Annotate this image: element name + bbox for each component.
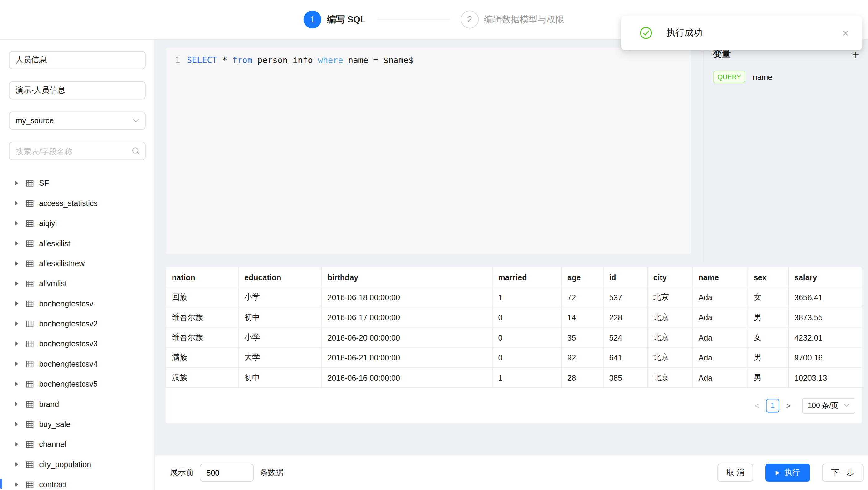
table-cell: Ada [693, 367, 748, 387]
table-name: bochengtestcsv2 [39, 319, 98, 328]
footer-actions: 取 消 ▶ 执行 下一步 [718, 464, 864, 482]
expand-caret-icon[interactable] [15, 442, 19, 446]
variables-title: 变量 [713, 49, 731, 61]
table-cell: 524 [603, 327, 647, 347]
column-header: sex [748, 267, 789, 287]
step-1-label: 编写 SQL [327, 14, 366, 26]
table-cell: 初中 [238, 307, 321, 327]
datasource-select[interactable]: my_source [9, 112, 146, 129]
table-cell: 28 [562, 367, 603, 387]
table-cell: 537 [603, 287, 647, 307]
table-cell: 男 [748, 347, 789, 367]
table-name: city_population [39, 460, 91, 469]
expand-caret-icon[interactable] [15, 321, 19, 326]
table-tree-item-city_population[interactable]: city_population [9, 454, 146, 474]
table-cell: 2016-06-18 00:00:00 [322, 287, 492, 307]
sql-token: from [232, 55, 252, 65]
body: my_source SFaccess_statisticsaiqiyialles… [0, 40, 868, 490]
table-cell: 641 [603, 347, 647, 367]
table-cell: 大学 [238, 347, 321, 367]
expand-caret-icon[interactable] [15, 362, 19, 366]
table-search-input[interactable] [9, 142, 146, 160]
table-tree-item-bochengtestcsv[interactable]: bochengtestcsv [9, 294, 146, 314]
add-variable-button[interactable]: + [852, 49, 859, 61]
prev-page-button[interactable]: < [751, 401, 763, 410]
page-size-select[interactable]: 100 条/页 [802, 398, 855, 413]
table-tree-item-allesxilist[interactable]: allesxilist [9, 233, 146, 253]
table-icon [26, 199, 34, 207]
dataset-display-name-input[interactable] [9, 82, 146, 99]
table-tree-item-contract[interactable]: contract [9, 474, 146, 490]
expand-caret-icon[interactable] [15, 181, 19, 185]
expand-caret-icon[interactable] [15, 281, 19, 285]
chevron-down-icon [843, 403, 849, 408]
table-tree-item-allvmlist[interactable]: allvmlist [9, 273, 146, 294]
sidebar-scrollbar-thumb[interactable] [0, 479, 2, 489]
step-2-label: 编辑数据模型与权限 [484, 14, 564, 26]
execute-button[interactable]: ▶ 执行 [766, 464, 810, 482]
expand-caret-icon[interactable] [15, 221, 19, 225]
table-cell: 北京 [647, 287, 693, 307]
table-name: bochengtestcsv [39, 299, 93, 308]
next-page-button[interactable]: > [782, 401, 794, 410]
expand-caret-icon[interactable] [15, 402, 19, 406]
table-cell: 72 [562, 287, 603, 307]
column-header: birthday [322, 267, 492, 287]
expand-caret-icon[interactable] [15, 201, 19, 205]
table-name: brand [39, 399, 59, 408]
table-name: bochengtestcsv3 [39, 339, 98, 348]
table-cell: Ada [693, 327, 748, 347]
row-limit-input[interactable] [200, 464, 254, 482]
expand-caret-icon[interactable] [15, 302, 19, 306]
table-cell: 0 [492, 307, 562, 327]
table-name: SF [39, 179, 49, 188]
sql-editor[interactable]: 1 SELECT * from person_info where name =… [166, 48, 691, 254]
table-tree-item-brand[interactable]: brand [9, 394, 146, 414]
expand-caret-icon[interactable] [15, 241, 19, 245]
table-cell: 2016-06-16 00:00:00 [322, 367, 492, 387]
step-2-edit-model[interactable]: 2 编辑数据模型与权限 [461, 10, 564, 28]
table-cell: 女 [748, 287, 789, 307]
expand-caret-icon[interactable] [15, 341, 19, 346]
table-row: 维吾尔族小学2016-06-20 00:00:00035524北京Ada女423… [166, 327, 862, 347]
cancel-button[interactable]: 取 消 [718, 464, 753, 482]
table-tree-item-aiqiyi[interactable]: aiqiyi [9, 213, 146, 233]
main-content: 1 SELECT * from person_info where name =… [155, 40, 868, 490]
variable-item[interactable]: QUERYname [713, 71, 859, 83]
spacer [155, 423, 868, 455]
limit-prefix-label: 展示前 [170, 467, 193, 478]
table-tree-item-channel[interactable]: channel [9, 434, 146, 454]
search-icon [132, 147, 140, 155]
expand-caret-icon[interactable] [15, 482, 19, 487]
table-icon [26, 319, 34, 328]
table-tree-item-bochengtestcsv5[interactable]: bochengtestcsv5 [9, 374, 146, 394]
expand-caret-icon[interactable] [15, 422, 19, 426]
dataset-name-input[interactable] [9, 52, 146, 69]
table-row: 回族小学2016-06-18 00:00:00172537北京Ada女3656.… [166, 287, 862, 307]
table-tree-item-access_statistics[interactable]: access_statistics [9, 193, 146, 213]
results-table: nationeducationbirthdaymarriedageidcityn… [166, 267, 862, 388]
play-icon: ▶ [776, 470, 780, 476]
close-icon[interactable]: ✕ [842, 29, 849, 37]
step-1-write-sql[interactable]: 1 编写 SQL [304, 10, 366, 28]
table-tree-item-bochengtestcsv3[interactable]: bochengtestcsv3 [9, 334, 146, 354]
table-row: 汉族初中2016-06-16 00:00:00128385北京Ada男10203… [166, 367, 862, 387]
table-tree-item-bochengtestcsv4[interactable]: bochengtestcsv4 [9, 354, 146, 374]
table-cell: 小学 [238, 327, 321, 347]
table-name: allesxilist [39, 239, 70, 248]
workspace: 1 SELECT * from person_info where name =… [155, 40, 868, 262]
table-cell: 3873.55 [788, 307, 862, 327]
expand-caret-icon[interactable] [15, 462, 19, 467]
table-cell: 228 [603, 307, 647, 327]
expand-caret-icon[interactable] [15, 382, 19, 386]
table-tree-item-allesxilistnew[interactable]: allesxilistnew [9, 253, 146, 273]
footer: 展示前 条数据 取 消 ▶ 执行 下一步 [155, 455, 868, 490]
table-tree-item-buy_sale[interactable]: buy_sale [9, 414, 146, 434]
table-tree-item-bochengtestcsv2[interactable]: bochengtestcsv2 [9, 314, 146, 334]
sql-token: SELECT [187, 55, 217, 65]
next-step-button[interactable]: 下一步 [822, 464, 863, 482]
table-tree-item-SF[interactable]: SF [9, 173, 146, 193]
table-cell: 维吾尔族 [166, 307, 238, 327]
expand-caret-icon[interactable] [15, 261, 19, 266]
current-page-button[interactable]: 1 [766, 399, 779, 412]
